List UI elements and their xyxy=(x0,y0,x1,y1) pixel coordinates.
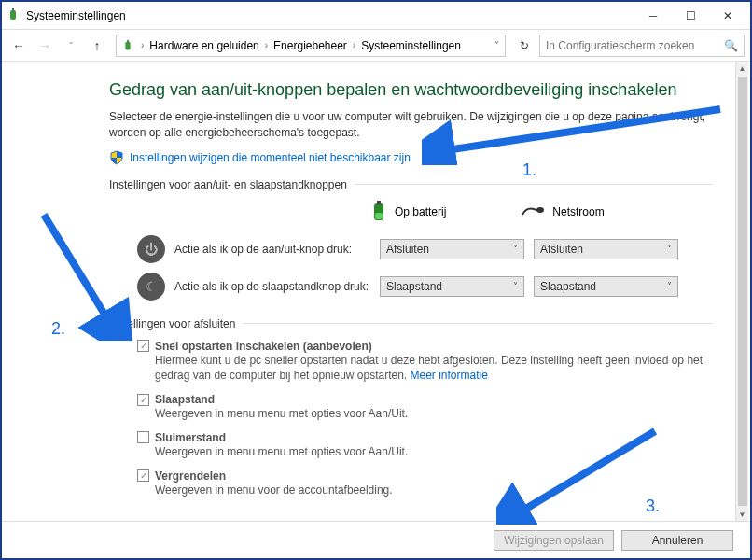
uac-link-row: Instellingen wijzigen die momenteel niet… xyxy=(109,150,713,165)
shutdown-settings-section: Instellingen voor afsluiten Snel opstart… xyxy=(109,317,713,498)
hibernate-item: Sluimerstand Weergeven in menu menu met … xyxy=(137,431,713,460)
moon-icon: ☾ xyxy=(137,273,165,301)
minimize-button[interactable]: ─ xyxy=(634,3,672,29)
breadcrumb[interactable]: › Hardware en geluiden › Energiebeheer ›… xyxy=(116,35,506,57)
up-button[interactable]: ↑ xyxy=(86,35,108,57)
sleep-checkbox[interactable] xyxy=(137,394,149,406)
search-icon: 🔍 xyxy=(724,39,738,52)
lock-checkbox[interactable] xyxy=(137,469,149,482)
power-plugged-dropdown[interactable]: Afsluiten˅ xyxy=(534,239,678,259)
svg-rect-2 xyxy=(125,41,130,49)
content-pane: Gedrag van aan/uit-knoppen bepalen en wa… xyxy=(2,62,750,521)
shield-icon xyxy=(109,150,124,165)
recent-button[interactable]: ˅ xyxy=(60,35,82,57)
battery-column: Op batterij xyxy=(370,201,446,224)
lock-item: Vergrendelen Weergeven in menu voor de a… xyxy=(137,469,713,498)
maximize-button[interactable]: ☐ xyxy=(672,3,709,29)
more-info-link[interactable]: Meer informatie xyxy=(411,369,488,382)
toolbar: ← → ˅ ↑ › Hardware en geluiden › Energie… xyxy=(2,30,750,62)
fast-startup-item: Snel opstarten inschakelen (aanbevolen) … xyxy=(137,340,713,385)
refresh-button[interactable]: ↻ xyxy=(513,35,536,57)
power-icon: ⏻ xyxy=(137,235,165,263)
svg-rect-1 xyxy=(12,8,14,11)
svg-rect-0 xyxy=(10,10,16,20)
scroll-up-button[interactable]: ▲ xyxy=(736,62,749,75)
search-box[interactable]: 🔍 xyxy=(539,35,745,57)
titlebar: Systeeminstellingen ─ ☐ ✕ xyxy=(2,2,750,30)
scroll-down-button[interactable]: ▼ xyxy=(736,508,749,521)
change-unavailable-settings-link[interactable]: Instellingen wijzigen die momenteel niet… xyxy=(130,151,411,164)
forward-button[interactable]: → xyxy=(34,35,56,57)
close-button[interactable]: ✕ xyxy=(709,3,746,29)
chevron-right-icon: › xyxy=(139,40,146,50)
window-title: Systeeminstellingen xyxy=(26,9,634,22)
chevron-down-icon: ˅ xyxy=(667,244,672,254)
breadcrumb-item[interactable]: Systeeminstellingen xyxy=(361,39,461,52)
vertical-scrollbar[interactable]: ▲ ▼ xyxy=(735,62,748,521)
power-battery-dropdown[interactable]: Afsluiten˅ xyxy=(380,239,524,259)
svg-point-7 xyxy=(536,207,544,213)
svg-rect-5 xyxy=(377,201,381,204)
svg-rect-6 xyxy=(375,213,383,219)
chevron-down-icon: ˅ xyxy=(513,244,518,254)
save-button[interactable]: Wijzigingen opslaan xyxy=(494,530,614,551)
plug-icon xyxy=(521,203,545,221)
svg-rect-3 xyxy=(127,39,129,42)
sleep-plugged-dropdown[interactable]: Slaapstand˅ xyxy=(534,276,678,297)
power-sleep-section-label: Instellingen voor aan/uit- en slaapstand… xyxy=(109,178,713,191)
breadcrumb-item[interactable]: Hardware en geluiden xyxy=(149,39,258,52)
app-icon xyxy=(6,8,21,23)
fast-startup-checkbox[interactable] xyxy=(137,340,149,352)
hibernate-checkbox[interactable] xyxy=(137,431,149,443)
sleep-item: Slaapstand Weergeven in menu menu met op… xyxy=(137,393,713,422)
plugged-column: Netstroom xyxy=(521,203,604,221)
chevron-right-icon: › xyxy=(351,40,357,50)
chevron-down-icon: ˅ xyxy=(513,281,518,291)
cancel-button[interactable]: Annuleren xyxy=(621,530,733,551)
chevron-down-icon[interactable]: ˅ xyxy=(493,40,501,50)
search-input[interactable] xyxy=(546,39,724,52)
chevron-down-icon: ˅ xyxy=(667,281,672,291)
shutdown-section-label: Instellingen voor afsluiten xyxy=(109,317,713,330)
power-column-headers: Op batterij Netstroom xyxy=(370,201,713,224)
battery-icon xyxy=(120,38,135,53)
back-button[interactable]: ← xyxy=(7,35,30,57)
page-heading: Gedrag van aan/uit-knoppen bepalen en wa… xyxy=(109,80,713,100)
bottom-bar: Wijzigingen opslaan Annuleren xyxy=(2,521,750,558)
power-button-row: ⏻ Actie als ik op de aan/uit-knop druk: … xyxy=(109,235,713,263)
sleep-button-row: ☾ Actie als ik op de slaapstandknop druk… xyxy=(109,273,713,301)
page-description: Selecteer de energie-instellingen die u … xyxy=(109,109,713,141)
chevron-right-icon: › xyxy=(263,40,270,50)
sleep-battery-dropdown[interactable]: Slaapstand˅ xyxy=(380,276,524,297)
scroll-thumb[interactable] xyxy=(738,77,747,506)
battery-icon xyxy=(370,201,387,224)
breadcrumb-item[interactable]: Energiebeheer xyxy=(273,39,347,52)
